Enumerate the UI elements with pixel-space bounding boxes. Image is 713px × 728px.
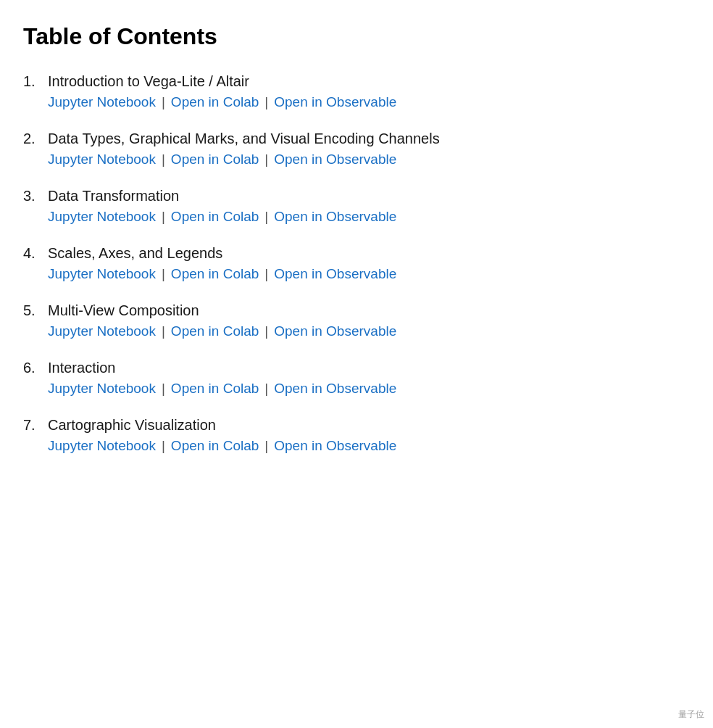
toc-item-links-6: Jupyter Notebook|Open in Colab|Open in O… [23, 381, 690, 397]
toc-link-1-3[interactable]: Open in Observable [274, 94, 396, 110]
page-title: Table of Contents [23, 23, 690, 50]
toc-link-3-1[interactable]: Jupyter Notebook [48, 209, 156, 225]
toc-item-text-6: Interaction [48, 360, 115, 376]
toc-link-3-3[interactable]: Open in Observable [274, 209, 396, 225]
link-separator: | [162, 94, 165, 110]
link-separator: | [162, 266, 165, 282]
link-separator: | [162, 438, 165, 454]
toc-item-links-5: Jupyter Notebook|Open in Colab|Open in O… [23, 323, 690, 339]
toc-item: 5.Multi-View CompositionJupyter Notebook… [23, 302, 690, 339]
toc-item: 6.InteractionJupyter Notebook|Open in Co… [23, 360, 690, 397]
toc-item: 2.Data Types, Graphical Marks, and Visua… [23, 131, 690, 167]
toc-link-6-1[interactable]: Jupyter Notebook [48, 381, 156, 397]
link-separator: | [264, 152, 268, 167]
toc-link-4-2[interactable]: Open in Colab [171, 266, 259, 282]
toc-item-title-1: 1.Introduction to Vega-Lite / Altair [23, 73, 690, 90]
toc-item-title-2: 2.Data Types, Graphical Marks, and Visua… [23, 131, 690, 147]
toc-link-5-3[interactable]: Open in Observable [274, 323, 396, 339]
link-separator: | [264, 438, 268, 454]
toc-link-5-2[interactable]: Open in Colab [171, 323, 259, 339]
toc-link-2-3[interactable]: Open in Observable [274, 152, 396, 167]
link-separator: | [162, 152, 165, 167]
toc-item-text-2: Data Types, Graphical Marks, and Visual … [48, 131, 440, 147]
toc-item-title-5: 5.Multi-View Composition [23, 302, 690, 319]
link-separator: | [264, 209, 268, 225]
toc-link-4-1[interactable]: Jupyter Notebook [48, 266, 156, 282]
toc-item-number-4: 4. [23, 245, 43, 262]
link-separator: | [264, 323, 268, 339]
toc-link-7-3[interactable]: Open in Observable [274, 438, 396, 454]
toc-item-links-1: Jupyter Notebook|Open in Colab|Open in O… [23, 94, 690, 110]
toc-item-title-7: 7.Cartographic Visualization [23, 417, 690, 434]
toc-item: 3.Data TransformationJupyter Notebook|Op… [23, 188, 690, 225]
toc-list: 1.Introduction to Vega-Lite / AltairJupy… [23, 73, 690, 454]
toc-link-7-1[interactable]: Jupyter Notebook [48, 438, 156, 454]
link-separator: | [162, 209, 165, 225]
toc-item-number-1: 1. [23, 73, 43, 90]
link-separator: | [264, 94, 268, 110]
toc-link-1-1[interactable]: Jupyter Notebook [48, 94, 156, 110]
link-separator: | [264, 266, 268, 282]
toc-item-links-3: Jupyter Notebook|Open in Colab|Open in O… [23, 209, 690, 225]
toc-link-6-2[interactable]: Open in Colab [171, 381, 259, 397]
toc-link-7-2[interactable]: Open in Colab [171, 438, 259, 454]
toc-link-4-3[interactable]: Open in Observable [274, 266, 396, 282]
toc-item-links-4: Jupyter Notebook|Open in Colab|Open in O… [23, 266, 690, 282]
link-separator: | [162, 323, 165, 339]
toc-item-title-3: 3.Data Transformation [23, 188, 690, 204]
toc-item-text-7: Cartographic Visualization [48, 417, 216, 434]
toc-item-title-4: 4.Scales, Axes, and Legends [23, 245, 690, 262]
toc-link-6-3[interactable]: Open in Observable [274, 381, 396, 397]
toc-item-number-2: 2. [23, 131, 43, 147]
toc-link-3-2[interactable]: Open in Colab [171, 209, 259, 225]
toc-item-number-5: 5. [23, 302, 43, 319]
toc-item-links-2: Jupyter Notebook|Open in Colab|Open in O… [23, 152, 690, 167]
link-separator: | [264, 381, 268, 397]
toc-item: 7.Cartographic VisualizationJupyter Note… [23, 417, 690, 454]
toc-item-text-5: Multi-View Composition [48, 302, 199, 319]
toc-link-2-1[interactable]: Jupyter Notebook [48, 152, 156, 167]
toc-item-title-6: 6.Interaction [23, 360, 690, 376]
toc-link-5-1[interactable]: Jupyter Notebook [48, 323, 156, 339]
toc-item-number-7: 7. [23, 417, 43, 434]
toc-item-number-6: 6. [23, 360, 43, 376]
watermark-label: 量子位 [675, 707, 707, 722]
link-separator: | [162, 381, 165, 397]
toc-item-links-7: Jupyter Notebook|Open in Colab|Open in O… [23, 438, 690, 454]
toc-item-text-4: Scales, Axes, and Legends [48, 245, 222, 262]
toc-link-2-2[interactable]: Open in Colab [171, 152, 259, 167]
toc-item-text-1: Introduction to Vega-Lite / Altair [48, 73, 249, 90]
toc-link-1-2[interactable]: Open in Colab [171, 94, 259, 110]
toc-item-text-3: Data Transformation [48, 188, 179, 204]
toc-item-number-3: 3. [23, 188, 43, 204]
toc-item: 4.Scales, Axes, and LegendsJupyter Noteb… [23, 245, 690, 282]
toc-item: 1.Introduction to Vega-Lite / AltairJupy… [23, 73, 690, 110]
